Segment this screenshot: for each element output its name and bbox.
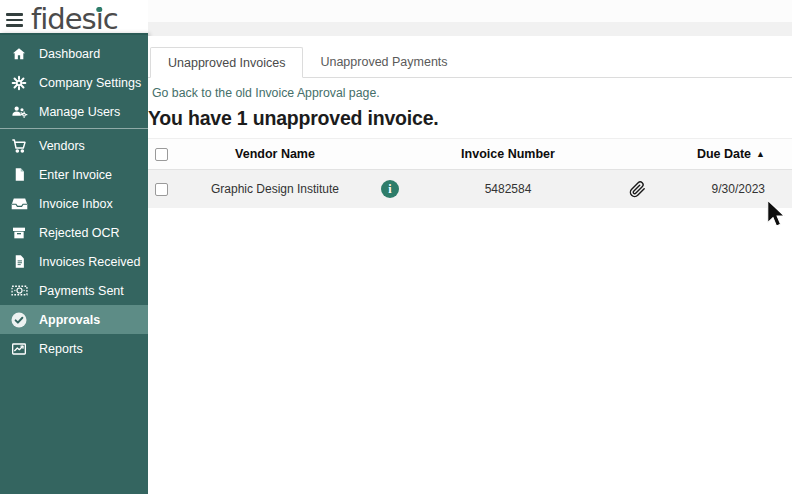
invoice-table-row[interactable]: Graphic Design Institute i 5482584 9/30/… (148, 170, 792, 208)
tab-unapproved-payments[interactable]: Unapproved Payments (303, 47, 464, 77)
row-checkbox[interactable] (155, 183, 168, 196)
sidebar-item-company-settings[interactable]: Company Settings (0, 68, 148, 97)
logo-accent-letter: i (96, 5, 103, 34)
sort-asc-icon: ▲ (756, 149, 765, 159)
app-header: fidesic (0, 0, 792, 36)
invoices-table: Vendor Name Invoice Number Due Date ▲ Gr… (148, 138, 792, 208)
sidebar-item-enter-invoice[interactable]: Enter Invoice (0, 160, 148, 189)
sidebar-item-label: Rejected OCR (39, 226, 120, 240)
gear-icon (10, 74, 28, 92)
sidebar-item-approvals[interactable]: Approvals (0, 305, 148, 334)
header-brand-area: fidesic (0, 0, 148, 36)
header-spacer (148, 0, 792, 36)
file-icon (10, 166, 28, 184)
info-cell: i (368, 180, 412, 198)
header-checkbox-cell (148, 148, 182, 161)
sidebar-item-label: Manage Users (39, 105, 120, 119)
page-title: You have 1 unapproved invoice. (148, 107, 792, 130)
invoice-number-cell: 5482584 (412, 182, 604, 196)
logo-text: c (103, 2, 118, 36)
main-content: Unapproved Invoices Unapproved Payments … (148, 36, 792, 494)
logo-text: ides (40, 2, 95, 36)
info-icon[interactable]: i (381, 180, 399, 198)
vendor-name-cell: Graphic Design Institute (182, 182, 368, 196)
archive-icon (10, 224, 28, 242)
sidebar-item-label: Payments Sent (39, 284, 124, 298)
column-header-invoice-number[interactable]: Invoice Number (412, 147, 604, 161)
sidebar-item-label: Vendors (39, 139, 85, 153)
sidebar-item-label: Dashboard (39, 47, 100, 61)
due-date-header-label: Due Date (697, 147, 751, 161)
sidebar-item-invoice-inbox[interactable]: Invoice Inbox (0, 189, 148, 218)
sidebar-item-invoices-received[interactable]: Invoices Received (0, 247, 148, 276)
select-all-checkbox[interactable] (155, 148, 168, 161)
sidebar-item-label: Enter Invoice (39, 168, 112, 182)
chart-icon (10, 340, 28, 358)
column-header-due-date[interactable]: Due Date ▲ (670, 147, 792, 161)
menu-icon[interactable] (6, 13, 23, 27)
file-text-icon (10, 253, 28, 271)
attachment-cell (604, 181, 670, 198)
tab-unapproved-invoices[interactable]: Unapproved Invoices (150, 47, 303, 78)
users-gear-icon (10, 103, 28, 121)
app-logo: fidesic (31, 5, 118, 34)
sidebar-divider (0, 128, 148, 129)
sidebar-item-label: Reports (39, 342, 83, 356)
check-circle-icon (10, 311, 28, 329)
cart-icon (10, 137, 28, 155)
sidebar-item-rejected-ocr[interactable]: Rejected OCR (0, 218, 148, 247)
row-checkbox-cell (148, 183, 182, 196)
old-approval-page-link[interactable]: Go back to the old Invoice Approval page… (152, 86, 380, 100)
sidebar-item-dashboard[interactable]: Dashboard (0, 39, 148, 68)
sidebar-nav: Dashboard Company Settings (0, 33, 148, 494)
tab-bar: Unapproved Invoices Unapproved Payments (148, 47, 792, 78)
column-header-vendor-name[interactable]: Vendor Name (182, 147, 368, 161)
sidebar-item-label: Invoice Inbox (39, 197, 113, 211)
paperclip-icon[interactable] (629, 181, 646, 198)
sidebar-item-vendors[interactable]: Vendors (0, 131, 148, 160)
sidebar-item-label: Approvals (39, 313, 100, 327)
sidebar-item-payments-sent[interactable]: Payments Sent (0, 276, 148, 305)
sidebar-item-reports[interactable]: Reports (0, 334, 148, 363)
sidebar-item-label: Invoices Received (39, 255, 140, 269)
sidebar-item-label: Company Settings (39, 76, 141, 90)
table-header-row: Vendor Name Invoice Number Due Date ▲ (148, 138, 792, 170)
sidebar-item-manage-users[interactable]: Manage Users (0, 97, 148, 126)
banknote-icon (10, 282, 28, 300)
logo-text: f (31, 2, 40, 36)
inbox-icon (10, 195, 28, 213)
due-date-cell: 9/30/2023 (670, 182, 792, 196)
home-icon (10, 45, 28, 63)
